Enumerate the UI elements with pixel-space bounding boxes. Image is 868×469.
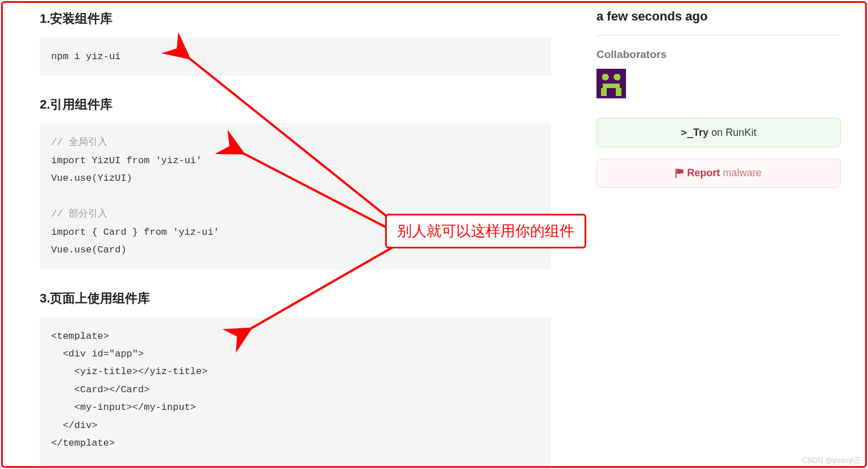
try-label-suffix: on RunKit — [708, 127, 756, 138]
code-usage[interactable]: <template> <div id="app"> <yiz-title></y… — [40, 317, 551, 470]
annotation-callout: 别人就可以这样用你的组件 — [385, 214, 586, 248]
try-runkit-button[interactable]: >_Try on RunKit — [596, 118, 841, 147]
report-malware-button[interactable]: Report malware — [596, 159, 841, 188]
watermark: CSDN @yuanyi王 — [802, 455, 861, 466]
published-time: a few seconds ago — [596, 9, 841, 36]
report-label-bold: Report — [687, 167, 720, 179]
flag-icon — [675, 169, 685, 177]
package-sidebar: a few seconds ago Collaborators >_Try on… — [596, 0, 841, 199]
collaborators-label: Collaborators — [596, 48, 841, 61]
code-install[interactable]: npm i yiz-ui — [40, 38, 551, 76]
try-label-bold: Try — [693, 127, 708, 138]
heading-import: 2.引用组件库 — [40, 96, 551, 113]
collaborator-avatar[interactable] — [596, 69, 626, 98]
heading-install: 1.安装组件库 — [40, 10, 551, 27]
heading-usage: 3.页面上使用组件库 — [40, 290, 551, 307]
annotation-text: 别人就可以这样用你的组件 — [397, 222, 574, 239]
prompt-icon: >_ — [681, 126, 694, 138]
report-label-light: malware — [720, 167, 761, 179]
